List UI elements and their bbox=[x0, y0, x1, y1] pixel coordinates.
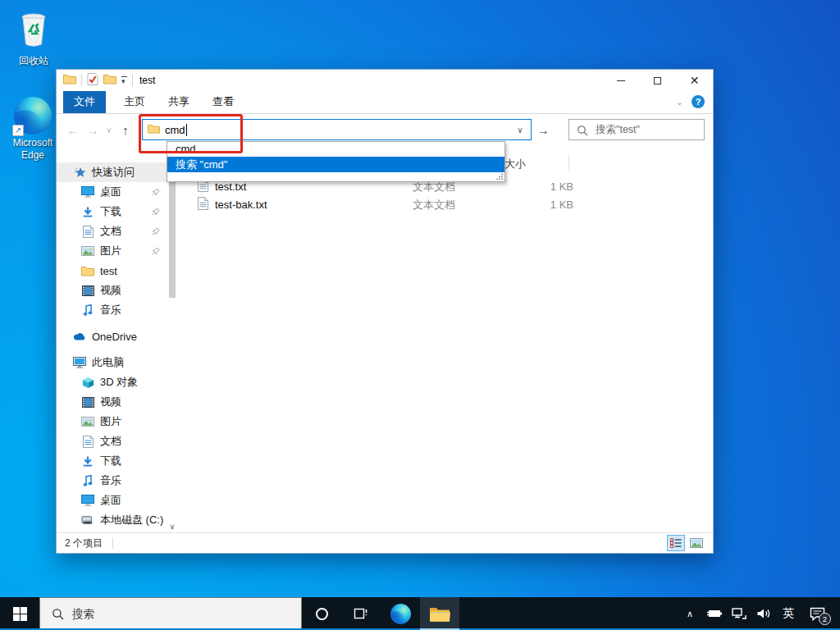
column-header-size[interactable]: 大小 bbox=[504, 157, 526, 171]
minimize-button[interactable] bbox=[602, 70, 639, 91]
sidebar-item-pc-documents[interactable]: 文档 bbox=[57, 431, 180, 451]
forward-button[interactable]: → bbox=[83, 123, 103, 137]
sidebar-label: OneDrive bbox=[92, 331, 137, 343]
system-tray: ∧ 英 2 bbox=[679, 597, 840, 630]
collapse-ribbon-icon[interactable]: ⌄ bbox=[676, 97, 683, 107]
sidebar-item-documents[interactable]: 文档 bbox=[57, 221, 180, 241]
title-bar[interactable]: ▾ test ✕ bbox=[57, 70, 713, 91]
sidebar-label: 音乐 bbox=[100, 303, 121, 317]
tab-share[interactable]: 共享 bbox=[157, 91, 201, 113]
documents-icon bbox=[81, 225, 94, 238]
properties-icon[interactable] bbox=[87, 73, 98, 88]
sidebar-item-videos[interactable]: 视频 bbox=[57, 281, 180, 300]
pin-icon bbox=[152, 186, 160, 199]
downloads-icon bbox=[81, 205, 94, 218]
sidebar-item-music[interactable]: 音乐 bbox=[57, 300, 180, 320]
sidebar-item-this-pc[interactable]: 此电脑 bbox=[57, 353, 180, 372]
battery-icon[interactable] bbox=[704, 597, 725, 630]
tab-home[interactable]: 主页 bbox=[112, 91, 157, 113]
sidebar-item-downloads[interactable]: 下载 bbox=[57, 202, 180, 221]
close-button[interactable]: ✕ bbox=[676, 70, 713, 91]
file-explorer-icon bbox=[429, 605, 450, 623]
task-view-button[interactable] bbox=[341, 597, 381, 630]
explorer-search-input[interactable] bbox=[569, 120, 704, 139]
tray-overflow-icon[interactable]: ∧ bbox=[679, 597, 701, 630]
maximize-button[interactable] bbox=[639, 70, 676, 91]
taskbar-search-input[interactable] bbox=[72, 608, 269, 620]
sidebar-item-quick-access[interactable]: 快速访问 bbox=[57, 162, 180, 182]
explorer-search-box[interactable] bbox=[568, 119, 705, 140]
file-list-pane[interactable]: 大小 test.txt 文本文档 1 KB test-bak.txt 文本文档 … bbox=[180, 145, 713, 532]
ime-indicator[interactable]: 英 bbox=[778, 597, 799, 630]
suggestion-item-cmd[interactable]: cmd bbox=[167, 142, 504, 157]
navigation-pane: 快速访问 桌面 下载 文档 bbox=[57, 145, 180, 532]
volume-icon[interactable] bbox=[753, 597, 774, 630]
search-icon bbox=[577, 125, 588, 136]
sidebar-item-pictures[interactable]: 图片 bbox=[57, 241, 180, 261]
sidebar-item-pc-videos[interactable]: 视频 bbox=[57, 392, 180, 412]
sidebar-item-pc-music[interactable]: 音乐 bbox=[57, 471, 180, 491]
desktop-wallpaper: 回收站 ↗ Microsoft Edge ▾ bbox=[0, 0, 840, 630]
sidebar-item-3d-objects[interactable]: 3D 对象 bbox=[57, 372, 180, 392]
videos-icon bbox=[81, 284, 94, 297]
edge-icon: ↗ bbox=[14, 97, 52, 135]
quick-access-star-icon bbox=[73, 166, 86, 179]
sidebar-label: 图片 bbox=[100, 244, 121, 258]
go-to-button[interactable]: → bbox=[532, 119, 554, 140]
new-folder-icon[interactable] bbox=[103, 74, 116, 87]
help-icon[interactable]: ? bbox=[692, 95, 705, 108]
sidebar-label: 文档 bbox=[100, 224, 121, 239]
file-row-test-bak-txt[interactable]: test-bak.txt 文本文档 1 KB bbox=[193, 196, 706, 213]
pin-icon bbox=[152, 206, 160, 218]
suggestion-item-search-cmd[interactable]: 搜索 "cmd" bbox=[167, 157, 504, 172]
cortana-button[interactable] bbox=[302, 597, 341, 630]
sidebar-item-pc-pictures[interactable]: 图片 bbox=[57, 412, 180, 431]
details-view-button[interactable] bbox=[668, 536, 684, 550]
column-separator[interactable] bbox=[568, 155, 569, 171]
sidebar-label: 图片 bbox=[100, 414, 121, 429]
tab-view[interactable]: 查看 bbox=[201, 91, 245, 113]
sidebar-item-local-disk-c[interactable]: 本地磁盘 (C:) bbox=[57, 510, 180, 530]
sidebar-scrollbar[interactable]: ∨ bbox=[167, 150, 177, 531]
downloads-icon bbox=[81, 454, 94, 468]
up-button[interactable]: ↑ bbox=[116, 123, 135, 137]
sidebar-item-pc-downloads[interactable]: 下载 bbox=[57, 451, 180, 471]
start-button[interactable] bbox=[0, 597, 39, 630]
sidebar-label: 此电脑 bbox=[92, 355, 124, 370]
taskbar-edge-button[interactable] bbox=[381, 597, 420, 630]
status-separator bbox=[112, 537, 113, 549]
sidebar-label: 视频 bbox=[100, 395, 121, 409]
thumbnail-view-button[interactable] bbox=[688, 536, 705, 550]
customize-qat-icon[interactable]: ▾ bbox=[121, 76, 127, 84]
sidebar-label: 视频 bbox=[100, 283, 121, 298]
back-button[interactable]: ← bbox=[63, 123, 83, 137]
address-bar-input[interactable]: cmd ∨ bbox=[142, 119, 532, 140]
cortana-icon bbox=[316, 608, 328, 620]
videos-icon bbox=[81, 395, 94, 409]
tab-file[interactable]: 文件 bbox=[63, 91, 106, 113]
qat-separator bbox=[132, 75, 133, 86]
address-dropdown-icon[interactable]: ∨ bbox=[509, 120, 531, 139]
taskbar: ∧ 英 2 bbox=[0, 597, 840, 630]
music-note-icon bbox=[81, 304, 94, 317]
recent-locations-icon[interactable]: ∨ bbox=[103, 126, 116, 135]
maximize-icon bbox=[654, 77, 661, 84]
shortcut-arrow-icon: ↗ bbox=[12, 125, 24, 136]
sidebar-item-onedrive[interactable]: OneDrive bbox=[57, 326, 180, 346]
file-name: test-bak.txt bbox=[215, 199, 392, 211]
resize-grip-icon[interactable] bbox=[496, 173, 503, 180]
task-view-icon bbox=[353, 607, 369, 620]
network-icon[interactable] bbox=[728, 597, 750, 630]
sidebar-item-desktop[interactable]: 桌面 bbox=[57, 182, 180, 202]
sidebar-item-test-folder[interactable]: test bbox=[57, 261, 180, 281]
scrollbar-down-icon[interactable]: ∨ bbox=[167, 523, 177, 531]
taskbar-search-box[interactable] bbox=[39, 597, 302, 630]
status-bar: 2 个项目 bbox=[57, 532, 713, 553]
edge-icon bbox=[390, 604, 411, 624]
sidebar-item-pc-desktop[interactable]: 桌面 bbox=[57, 491, 180, 510]
notification-badge: 2 bbox=[819, 613, 831, 625]
desktop-icon bbox=[81, 185, 94, 199]
notification-center-button[interactable]: 2 bbox=[802, 597, 832, 630]
desktop-icon-recycle-bin[interactable]: 回收站 bbox=[2, 8, 66, 67]
taskbar-explorer-button[interactable] bbox=[420, 597, 459, 630]
